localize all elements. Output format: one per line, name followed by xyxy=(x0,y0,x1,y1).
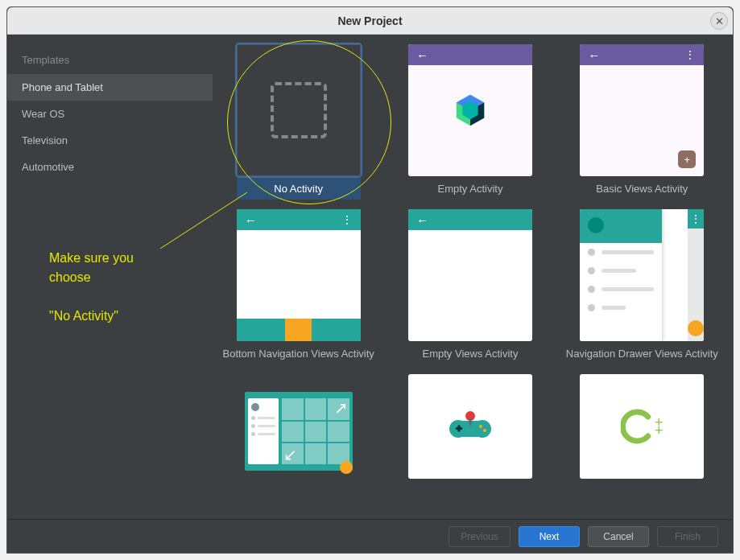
back-arrow-icon: ← xyxy=(416,48,428,62)
finish-button: Finish xyxy=(657,526,718,547)
template-label: Basic Views Activity xyxy=(596,176,688,201)
sidebar-item-label: Phone and Tablet xyxy=(22,81,103,93)
template-tile-nav-drawer[interactable]: ⋮ Navigation Drawe xyxy=(566,209,718,366)
template-label: Bottom Navigation Views Activity xyxy=(222,341,374,366)
bottom-nav-bar xyxy=(237,319,361,341)
sidebar-item-phone-tablet[interactable]: Phone and Tablet xyxy=(7,74,213,101)
expand-arrow-icon: ↙ xyxy=(283,445,297,464)
nav-drawer xyxy=(580,209,662,341)
sidebar-item-label: Television xyxy=(22,134,68,146)
jetpack-compose-icon xyxy=(452,92,489,129)
next-button[interactable]: Next xyxy=(519,526,580,547)
sidebar-item-label: Automotive xyxy=(22,161,74,173)
template-thumb: ← xyxy=(408,209,532,341)
svg-point-6 xyxy=(473,420,491,438)
phone-appbar: ← xyxy=(408,44,532,65)
template-tile-no-activity[interactable]: No Activity xyxy=(222,44,374,201)
template-label: Navigation Drawer Views Activity xyxy=(566,341,718,366)
expand-arrow-icon: ↗ xyxy=(334,398,348,418)
template-tile-empty-activity[interactable]: ← Empty Activity xyxy=(394,44,546,201)
template-tile-bottom-nav[interactable]: ← ⋮ Bottom Navigation Views Activity xyxy=(222,209,374,366)
back-arrow-icon: ← xyxy=(588,48,600,62)
fab-icon xyxy=(688,320,704,336)
svg-point-9 xyxy=(479,425,482,428)
overflow-menu-icon: ⋮ xyxy=(688,209,704,229)
dialog-body: Templates Phone and Tablet Wear OS Telev… xyxy=(7,35,733,519)
phone-appbar: ← xyxy=(408,209,532,230)
dialog-footer: Previous Next Cancel Finish xyxy=(7,519,733,553)
sidebar-item-label: Wear OS xyxy=(22,108,64,120)
content-strip: ⋮ xyxy=(688,209,704,341)
titlebar: New Project ✕ xyxy=(7,7,733,35)
avatar-icon xyxy=(588,217,604,233)
overflow-menu-icon: ⋮ xyxy=(341,213,353,226)
template-grid: No Activity ← xyxy=(222,44,718,492)
sidebar-item-automotive[interactable]: Automotive xyxy=(7,154,213,180)
template-tile-responsive[interactable]: ↗ ↙ xyxy=(222,374,374,492)
template-gallery: No Activity ← xyxy=(213,35,733,519)
template-thumb: ← ⋮ xyxy=(237,209,361,341)
template-thumb: ← xyxy=(408,44,532,176)
fab-icon xyxy=(340,461,353,474)
template-label: No Activity xyxy=(237,178,361,200)
template-tile-native-cpp[interactable]: ++ xyxy=(566,374,718,492)
svg-point-10 xyxy=(483,429,486,432)
sidebar: Templates Phone and Tablet Wear OS Telev… xyxy=(7,35,213,519)
template-thumb xyxy=(408,374,532,479)
template-tile-game[interactable] xyxy=(394,374,546,492)
template-thumb xyxy=(237,44,361,176)
cpp-icon: ++ xyxy=(621,409,664,444)
template-tile-empty-views[interactable]: ← Empty Views Activity xyxy=(394,209,546,366)
close-button[interactable]: ✕ xyxy=(710,12,728,30)
list-panel xyxy=(248,398,279,464)
gamepad-icon xyxy=(449,406,492,447)
sidebar-item-television[interactable]: Television xyxy=(7,127,213,154)
svg-rect-8 xyxy=(457,426,460,432)
previous-button: Previous xyxy=(449,526,511,547)
phone-appbar: ← ⋮ xyxy=(580,44,704,65)
fab-plus-icon: + xyxy=(678,150,696,168)
back-arrow-icon: ← xyxy=(245,213,257,227)
back-arrow-icon: ← xyxy=(416,213,428,227)
template-thumb: ↗ ↙ xyxy=(237,374,361,479)
phone-appbar: ← ⋮ xyxy=(237,209,361,230)
cancel-button[interactable]: Cancel xyxy=(588,526,649,547)
sidebar-item-wear-os[interactable]: Wear OS xyxy=(7,101,213,127)
window-title: New Project xyxy=(337,14,402,27)
sidebar-header: Templates xyxy=(7,46,213,74)
close-icon: ✕ xyxy=(715,15,724,27)
template-thumb: ++ xyxy=(580,374,704,479)
template-label: Empty Activity xyxy=(438,176,503,201)
overflow-menu-icon: ⋮ xyxy=(684,48,696,61)
dashed-placeholder-icon xyxy=(271,82,327,138)
drawer-header xyxy=(580,209,662,243)
template-label: Empty Views Activity xyxy=(423,341,519,366)
template-tile-basic-views[interactable]: ← ⋮ + Basic Views Activity xyxy=(566,44,718,201)
svg-rect-12 xyxy=(469,418,471,426)
template-thumb: ⋮ xyxy=(580,209,704,341)
template-thumb: ← ⋮ + xyxy=(580,44,704,176)
new-project-dialog: New Project ✕ Templates Phone and Tablet… xyxy=(6,6,734,554)
